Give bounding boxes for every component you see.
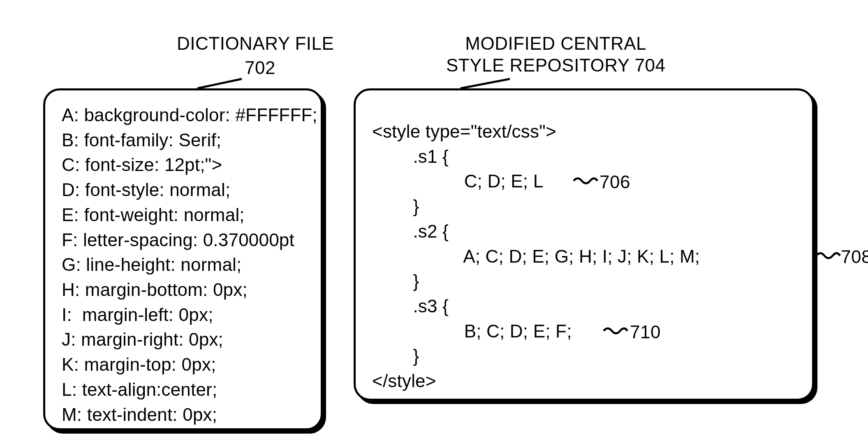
dict-line-e: E: font-weight: normal; — [62, 203, 304, 228]
s1-open: .s1 { — [372, 144, 796, 169]
dict-line-b: B: font-family: Serif; — [62, 128, 304, 153]
diagram-canvas: DICTIONARY FILE 702 A: background-color:… — [0, 0, 868, 448]
dict-line-j: J: margin-right: 0px; — [62, 327, 304, 352]
dict-line-k: K: margin-top: 0px; — [62, 352, 304, 377]
dict-line-l: L: text-align:center; — [62, 377, 304, 402]
style-close-tag: </style> — [372, 369, 796, 394]
dict-line-i: I: margin-left: 0px; — [62, 303, 304, 328]
dict-line-c: C: font-size: 12pt;"> — [62, 152, 304, 178]
dict-line-a: A: background-color: #FFFFFF; — [62, 103, 304, 128]
dictionary-file-box: A: background-color: #FFFFFF; B: font-fa… — [43, 88, 323, 430]
s3-open: .s3 { — [372, 294, 796, 319]
s2-open: .s2 { — [372, 219, 796, 244]
dict-line-m: M: text-indent: 0px; — [62, 402, 304, 427]
s3-body: B; C; D; E; F; — [372, 319, 796, 344]
ref-710: 710 — [630, 322, 661, 342]
ref-708: 708 — [841, 247, 868, 267]
s2-close: } — [372, 269, 796, 294]
dict-line-d: D: font-style: normal; — [62, 178, 304, 203]
dict-line-g: G: line-height: normal; — [62, 252, 304, 277]
s3-close: } — [372, 344, 796, 369]
dict-line-h: H: margin-bottom: 0px; — [62, 277, 304, 303]
style-repository-box: <style type="text/css"> .s1 { C; D; E; L… — [354, 88, 814, 401]
left-title: DICTIONARY FILE — [177, 33, 334, 55]
left-ref-702: 702 — [245, 58, 275, 78]
s1-close: } — [372, 194, 796, 219]
right-title: MODIFIED CENTRAL STYLE REPOSITORY 704 — [446, 33, 665, 76]
ref-706: 706 — [599, 172, 630, 192]
style-open-tag: <style type="text/css"> — [372, 119, 796, 144]
dict-line-f: F: letter-spacing: 0.370000pt — [62, 228, 304, 253]
s1-body: C; D; E; L — [372, 169, 796, 194]
s2-body: A; C; D; E; G; H; I; J; K; L; M; — [372, 244, 796, 269]
